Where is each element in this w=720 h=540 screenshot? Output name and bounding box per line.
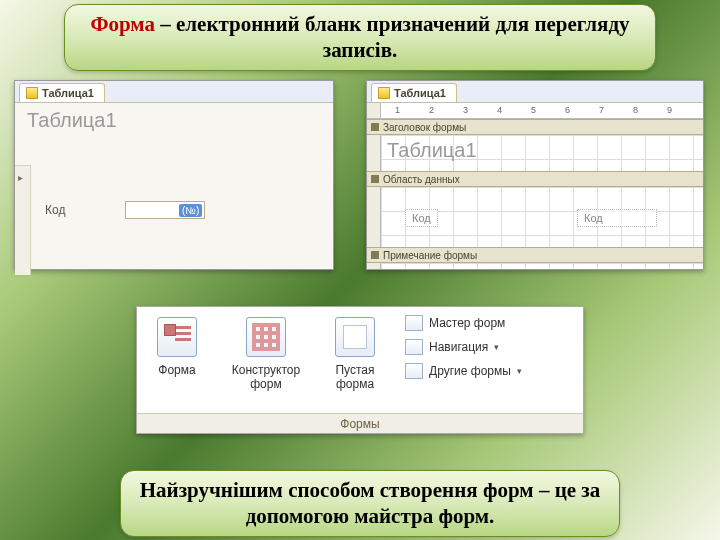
formview-tabstrip: Таблица1 (15, 81, 333, 103)
ruler-mark: 8 (633, 105, 638, 115)
ruler-mark: 2 (429, 105, 434, 115)
tab-label: Таблица1 (394, 87, 446, 99)
vertical-ruler (367, 263, 381, 269)
blank-form-icon (335, 317, 375, 357)
vertical-ruler (367, 187, 381, 247)
section-label: Заголовок формы (383, 122, 466, 133)
dropdown-arrow-icon: ▾ (494, 342, 499, 352)
table-icon (378, 87, 390, 99)
dropdown-arrow-icon: ▾ (517, 366, 522, 376)
form-title: Таблица1 (15, 103, 333, 142)
designview-tab[interactable]: Таблица1 (371, 83, 457, 102)
section-bar-footer[interactable]: Примечание формы (367, 247, 703, 263)
ruler-mark: 9 (667, 105, 672, 115)
ribbon-label: Навигация (429, 340, 488, 354)
ribbon-group-caption: Формы (137, 413, 583, 433)
section-handle-icon (371, 123, 379, 131)
ribbon-button-form-wizard[interactable]: Мастер форм (405, 315, 577, 331)
form-title-control[interactable]: Таблица1 (387, 139, 477, 162)
section-handle-icon (371, 251, 379, 259)
ruler-mark: 5 (531, 105, 536, 115)
section-label: Область данных (383, 174, 460, 185)
field-label: Код (45, 203, 65, 217)
form-design-icon (246, 317, 286, 357)
section-bar-header[interactable]: Заголовок формы (367, 119, 703, 135)
formview-screenshot: Таблица1 Таблица1 Код (№) (14, 80, 334, 270)
section-label: Примечание формы (383, 250, 477, 261)
more-forms-icon (405, 363, 423, 379)
ribbon-label: Форма (137, 363, 217, 377)
ruler-mark: 6 (565, 105, 570, 115)
title-highlight: Форма (90, 12, 155, 36)
form-icon (157, 317, 197, 357)
designview-tabstrip: Таблица1 (367, 81, 703, 103)
title-rest: – електронний бланк призначений для пере… (155, 12, 630, 62)
formview-body: Таблица1 Код (№) (15, 103, 333, 269)
ribbon-button-navigation[interactable]: Навигация ▾ (405, 339, 577, 355)
field-input[interactable]: (№) (125, 201, 205, 219)
table-icon (26, 87, 38, 99)
vertical-ruler (367, 135, 381, 171)
ribbon-label: Пустая форма (315, 363, 395, 391)
section-bar-detail[interactable]: Область данных (367, 171, 703, 187)
field-row: Код (№) (45, 201, 205, 219)
section-handle-icon (371, 175, 379, 183)
wizard-icon (405, 315, 423, 331)
navigation-icon (405, 339, 423, 355)
ruler-corner (367, 103, 381, 119)
tab-label: Таблица1 (42, 87, 94, 99)
title-callout: Форма – електронний бланк призначений дл… (64, 4, 656, 71)
ribbon-forms-group: Форма Конструктор форм Пустая форма Маст… (136, 306, 584, 434)
designview-screenshot: Таблица1 1 2 3 4 5 6 7 8 9 Заголовок фор… (366, 80, 704, 270)
ribbon-label: Конструктор форм (217, 363, 315, 391)
new-record-badge: (№) (179, 204, 202, 217)
ruler-mark: 3 (463, 105, 468, 115)
ribbon-button-more-forms[interactable]: Другие формы ▾ (405, 363, 577, 379)
footer-design-area[interactable] (381, 263, 703, 269)
designview-body: 1 2 3 4 5 6 7 8 9 Заголовок формы Таблиц… (367, 103, 703, 269)
label-control[interactable]: Код (405, 209, 438, 227)
textbox-control[interactable]: Код (577, 209, 657, 227)
formview-tab[interactable]: Таблица1 (19, 83, 105, 102)
ribbon-label: Мастер форм (429, 316, 505, 330)
ruler-mark: 4 (497, 105, 502, 115)
bottom-note-text: Найзручнішим способом створення форм – ц… (140, 478, 601, 528)
ruler-mark: 1 (395, 105, 400, 115)
ruler-mark: 7 (599, 105, 604, 115)
horizontal-ruler: 1 2 3 4 5 6 7 8 9 (381, 103, 703, 119)
bottom-callout: Найзручнішим способом створення форм – ц… (120, 470, 620, 537)
ribbon-label: Другие формы (429, 364, 511, 378)
record-selector[interactable] (15, 165, 31, 275)
